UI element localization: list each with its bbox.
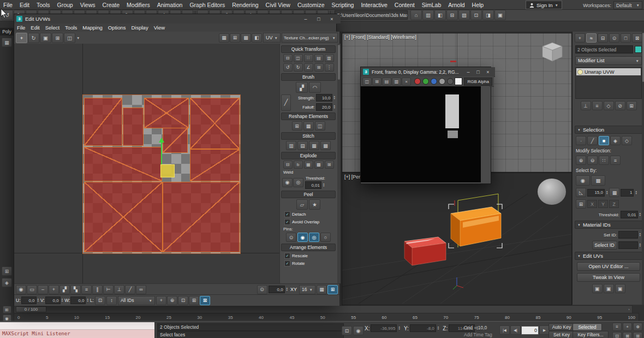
weld-threshold-field[interactable]: 0,01: [305, 181, 321, 189]
timeline-tick[interactable]: 40: [259, 315, 264, 320]
menu-item[interactable]: Views: [77, 2, 99, 8]
distribute-icon[interactable]: ⋮: [325, 63, 334, 72]
axis-constraint-button[interactable]: Z: [609, 200, 619, 208]
show-grid-icon[interactable]: ▦: [219, 33, 229, 43]
brush-falloff-curve-icon[interactable]: ╱: [281, 94, 291, 111]
red-channel-icon[interactable]: [414, 78, 421, 85]
select-id-button[interactable]: Select ID: [592, 241, 617, 250]
track-bar[interactable]: 0510152025303540455055606570758085909510…: [14, 313, 639, 322]
uv-channel-2-icon[interactable]: ▣: [604, 284, 614, 293]
timeline-tick[interactable]: 35: [228, 315, 233, 320]
show-map-icon[interactable]: ◧: [252, 33, 262, 43]
uv-island[interactable]: [190, 149, 240, 181]
background-color-swatch[interactable]: [455, 78, 462, 85]
timeline-tick[interactable]: 85: [535, 315, 540, 320]
lock-selected-vertices-icon[interactable]: ⊡: [95, 296, 105, 305]
selected-set-dropdown[interactable]: Selected: [573, 323, 602, 331]
menu-item[interactable]: Content: [391, 2, 418, 8]
rotate-90-ccw-icon[interactable]: ↺: [283, 63, 293, 72]
straighten-selection-icon[interactable]: ⊞: [292, 121, 302, 131]
motion-tab-icon[interactable]: ⊙: [609, 33, 619, 43]
listener-line[interactable]: MAXScript Mini Listener: [0, 330, 154, 338]
scale-uv-icon[interactable]: ▣: [40, 33, 51, 43]
zoom-extents-icon[interactable]: ⊡: [178, 296, 188, 305]
modifier-list-dropdown[interactable]: Modifier List ▼: [575, 56, 642, 65]
menu-item[interactable]: Group: [54, 2, 76, 8]
falloff-field[interactable]: 20,0: [316, 103, 332, 111]
zoom-selected-icon[interactable]: ⊞: [189, 296, 199, 305]
toolbar-icon[interactable]: ◧: [434, 10, 446, 20]
rotation-angle-field[interactable]: 0,0: [269, 286, 285, 293]
uv-canvas[interactable]: [14, 44, 279, 283]
smoothing-group-icon[interactable]: ▦: [609, 188, 619, 197]
w-field[interactable]: 0,0: [70, 297, 86, 304]
timeline-tick[interactable]: 75: [474, 315, 479, 320]
target-weld-icon[interactable]: ◎: [293, 178, 303, 187]
timeline-tick[interactable]: 55: [351, 315, 356, 320]
limit-soft-sel-icon[interactable]: ≡: [81, 285, 92, 294]
timeline-tick[interactable]: 100: [628, 315, 635, 320]
planar-angle-field[interactable]: 15,0: [587, 189, 605, 197]
workspaces-dropdown[interactable]: Default ▼: [613, 1, 642, 9]
freeform-icon[interactable]: ⊞: [314, 63, 324, 72]
maximize-button[interactable]: □: [473, 68, 483, 76]
close-button[interactable]: ×: [325, 15, 338, 23]
zoom-extents-all-icon[interactable]: ⊡: [612, 332, 622, 338]
rollout-selection[interactable]: ▼Selection: [575, 126, 642, 134]
timeline-tick[interactable]: 60: [382, 315, 387, 320]
alpha-channel-icon[interactable]: [447, 78, 454, 85]
zoom-view-icon[interactable]: ⊕: [633, 323, 642, 331]
absolute-offset-icon[interactable]: ↕: [106, 296, 117, 305]
utilities-tab-icon[interactable]: ⊠: [632, 33, 642, 43]
menu-item[interactable]: SimLab: [419, 2, 445, 8]
tile-bitmap-icon[interactable]: ▩: [241, 33, 251, 43]
axis-constraint-button[interactable]: Y: [598, 200, 608, 208]
add-time-tag[interactable]: Add Time Tag: [464, 332, 492, 337]
time-configuration-icon[interactable]: ⊞: [3, 306, 11, 313]
clone-window-icon[interactable]: ▤: [382, 78, 391, 86]
object-color-swatch[interactable]: [635, 46, 642, 53]
maximize-button[interactable]: □: [312, 15, 325, 23]
strength-field[interactable]: 10,0: [316, 94, 332, 102]
viewcube-icon[interactable]: [540, 41, 565, 64]
spinner[interactable]: ▲▼: [333, 96, 336, 100]
spinner[interactable]: ▲▼: [61, 298, 63, 303]
isolate-selection-icon[interactable]: ⊡: [342, 326, 352, 335]
timeline-tick[interactable]: 30: [197, 315, 202, 320]
maximize-viewport-icon[interactable]: ⊞: [633, 332, 642, 338]
section-peel[interactable]: Peel: [281, 191, 336, 198]
grid-visible-icon[interactable]: ▦: [317, 285, 327, 294]
minimize-button[interactable]: –: [463, 68, 473, 76]
blur-soft-sel-icon[interactable]: ▚: [70, 285, 81, 294]
menu-item[interactable]: Create: [99, 2, 123, 8]
menu-item[interactable]: Customize: [294, 2, 328, 8]
avoid-overlap-checkbox[interactable]: ✓Avoid Overlap: [284, 219, 332, 225]
menu-item[interactable]: File: [14, 25, 28, 31]
toolbar-icon[interactable]: ⊟: [446, 10, 458, 20]
sign-in-button[interactable]: Sign In ▼: [526, 1, 562, 9]
menu-item[interactable]: File: [0, 2, 16, 8]
uv-island[interactable]: [163, 182, 240, 252]
spinner[interactable]: ▲▼: [606, 191, 608, 195]
edge-subobject-icon[interactable]: ╱: [587, 136, 598, 145]
grid-size-dropdown[interactable]: 16▼: [299, 285, 315, 294]
rotate-checkbox[interactable]: ✓Rotate: [284, 260, 332, 266]
red-box-object[interactable]: [404, 237, 446, 265]
menu-item[interactable]: Display: [128, 25, 151, 31]
section-quick-transform[interactable]: Quick Transform: [281, 45, 336, 53]
create-tab-icon[interactable]: +: [575, 33, 585, 43]
selection-lock-icon[interactable]: ◉: [353, 326, 363, 335]
uv-island[interactable]: [84, 147, 162, 181]
spinner[interactable]: ▲▼: [37, 298, 39, 303]
planar-angle-icon[interactable]: ◺: [576, 188, 586, 197]
timeline-tick[interactable]: 80: [505, 315, 510, 320]
spinner[interactable]: ▲▼: [639, 233, 641, 237]
grow-selection-icon[interactable]: ⊕: [576, 156, 586, 165]
side-tool-icon[interactable]: ⊞: [2, 266, 12, 276]
rollout-edit-uvs[interactable]: ▼Edit UVs: [575, 252, 642, 260]
make-unique-icon[interactable]: ◇: [604, 101, 614, 110]
uv-island[interactable]: [144, 98, 189, 128]
toolbar-icon[interactable]: ▥: [422, 10, 434, 20]
spinner[interactable]: ▲▼: [323, 183, 325, 187]
select-by-planar-icon[interactable]: ◉: [576, 175, 590, 186]
